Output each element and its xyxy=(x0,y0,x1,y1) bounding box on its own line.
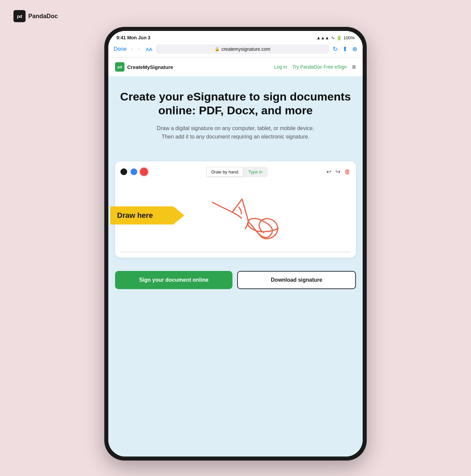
signature-toolbar: Draw by hand Type in ↩ ↪ 🗑 xyxy=(120,167,351,177)
status-bar: 9:41 Mon Jun 3 ▲▲▲ ∿ 🔋 100% xyxy=(108,31,363,42)
status-icons: ▲▲▲ ∿ 🔋 100% xyxy=(316,35,355,40)
site-logo-icon: pd xyxy=(115,62,124,72)
site-logo: pd CreateMySignature xyxy=(115,62,173,72)
battery-icon: 🔋 xyxy=(336,35,342,40)
nav-cta-link[interactable]: Try PandaDoc Free eSign xyxy=(292,64,347,70)
browser-refresh-button[interactable]: ↻ xyxy=(333,45,338,53)
tab-type-in[interactable]: Type in xyxy=(244,167,267,176)
undo-icon[interactable]: ↩ xyxy=(326,168,331,175)
action-icons: ↩ ↪ 🗑 xyxy=(326,168,351,175)
color-blue[interactable] xyxy=(131,168,137,175)
browser-done-button[interactable]: Done xyxy=(114,46,126,52)
browser-bar: Done ‹ › AA 🔒 createmysignature.com ↻ ⬆ … xyxy=(108,42,363,57)
color-picker xyxy=(120,168,147,175)
delete-icon[interactable]: 🗑 xyxy=(345,168,351,175)
lock-icon: 🔒 xyxy=(215,47,220,51)
action-buttons: Sign your document online Download signa… xyxy=(108,264,363,296)
redo-icon[interactable]: ↪ xyxy=(335,168,340,175)
signature-card: Draw by hand Type in ↩ ↪ 🗑 Dra xyxy=(115,161,356,257)
browser-share-button[interactable]: ⬆ xyxy=(342,45,348,53)
color-red[interactable] xyxy=(141,168,147,175)
site-logo-text: CreateMySignature xyxy=(127,64,173,70)
browser-bookmark-button[interactable]: ⊕ xyxy=(352,45,357,53)
wifi-icon: ∿ xyxy=(331,35,335,40)
browser-forward-button[interactable]: › xyxy=(137,45,141,53)
pandadoc-branding: pd PandaDoc xyxy=(13,10,58,22)
draw-here-tooltip: Draw here xyxy=(110,206,184,225)
browser-actions: ↻ ⬆ ⊕ xyxy=(333,45,357,53)
tab-draw-by-hand[interactable]: Draw by hand xyxy=(207,167,243,176)
hero-section: Create your eSignature to sign documents… xyxy=(108,76,363,161)
browser-nav: ‹ › xyxy=(130,45,141,53)
browser-url-text: createmysignature.com xyxy=(221,46,270,52)
phone-frame: 9:41 Mon Jun 3 ▲▲▲ ∿ 🔋 100% Done ‹ › AA … xyxy=(104,27,367,461)
pandadoc-logo-icon: pd xyxy=(13,10,26,22)
color-black[interactable] xyxy=(120,168,127,175)
phone-inner: 9:41 Mon Jun 3 ▲▲▲ ∿ 🔋 100% Done ‹ › AA … xyxy=(108,31,363,457)
sign-document-button[interactable]: Sign your document online xyxy=(115,271,232,289)
tab-group: Draw by hand Type in xyxy=(206,167,268,177)
browser-text-size[interactable]: AA xyxy=(146,46,152,52)
pandadoc-logo-text: PandaDoc xyxy=(28,13,58,20)
site-header: pd CreateMySignature Log in Try PandaDoc… xyxy=(108,57,363,76)
hero-title: Create your eSignature to sign documents… xyxy=(118,90,353,117)
hero-subtitle: Draw a digital signature on any computer… xyxy=(155,124,316,141)
draw-here-label: Draw here xyxy=(117,211,153,220)
battery-percent: 100% xyxy=(343,35,355,40)
signal-icon: ▲▲▲ xyxy=(316,35,329,40)
site-nav: Log in Try PandaDoc Free eSign ≡ xyxy=(274,63,356,71)
browser-url-bar[interactable]: 🔒 createmysignature.com xyxy=(156,44,329,54)
browser-back-button[interactable]: ‹ xyxy=(130,45,134,53)
hamburger-menu-button[interactable]: ≡ xyxy=(352,63,356,71)
phone-outer-shell: 9:41 Mon Jun 3 ▲▲▲ ∿ 🔋 100% Done ‹ › AA … xyxy=(104,27,367,461)
nav-login-link[interactable]: Log in xyxy=(274,64,287,70)
website-content: pd CreateMySignature Log in Try PandaDoc… xyxy=(108,57,363,457)
drawing-area[interactable]: Draw here xyxy=(120,182,351,249)
status-time: 9:41 Mon Jun 3 xyxy=(116,35,150,40)
download-signature-button[interactable]: Download signature xyxy=(237,271,356,289)
signature-baseline xyxy=(120,252,351,252)
